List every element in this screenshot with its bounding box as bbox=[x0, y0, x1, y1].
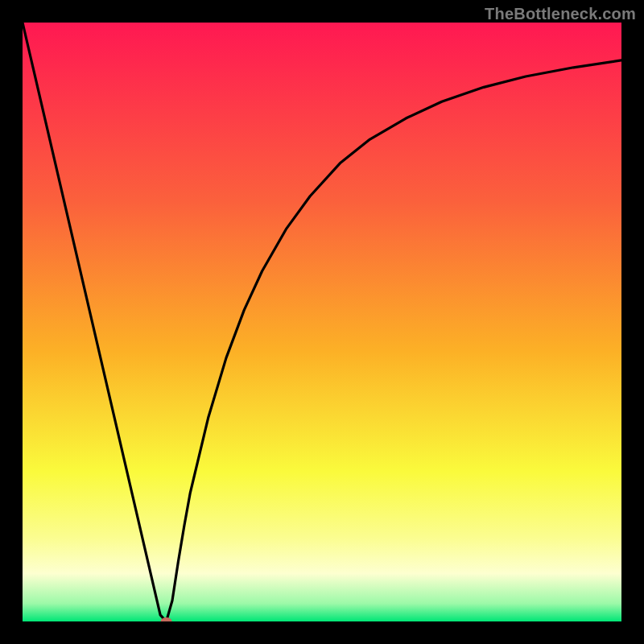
plot-area bbox=[23, 23, 621, 621]
bottleneck-curve bbox=[23, 23, 621, 621]
curve-layer bbox=[23, 23, 621, 621]
chart-container: TheBottleneck.com bbox=[0, 0, 644, 644]
watermark-text: TheBottleneck.com bbox=[485, 5, 636, 23]
